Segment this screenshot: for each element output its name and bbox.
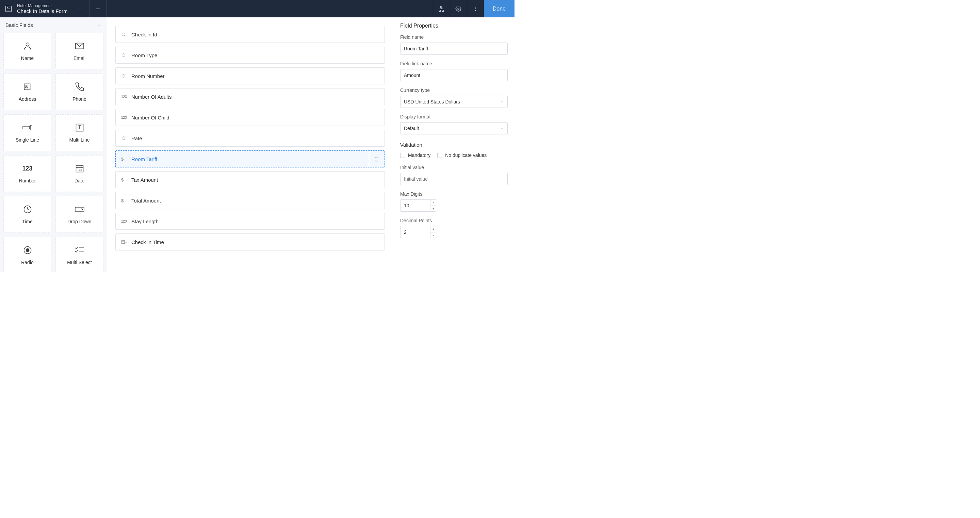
- app-icon[interactable]: [0, 0, 17, 18]
- number-type-icon: 123: [121, 220, 129, 223]
- field-link-group: Field link name: [400, 61, 508, 81]
- field-tile-label: Phone: [73, 96, 86, 102]
- field-tile-number[interactable]: 123Number: [3, 155, 51, 192]
- svg-text:15: 15: [79, 168, 82, 172]
- number-type-icon: 123: [121, 95, 129, 99]
- display-format-select[interactable]: Default: [400, 122, 508, 134]
- svg-point-49: [122, 74, 125, 77]
- validation-checkbox-row: Mandatory No duplicate values: [400, 153, 508, 158]
- field-palette-grid: NameEmailAddressPhoneSingle LineMulti Li…: [3, 33, 103, 272]
- spinner-down-button[interactable]: ▼: [430, 206, 436, 212]
- display-format-label: Display format: [400, 114, 508, 120]
- no-duplicate-checkbox[interactable]: No duplicate values: [437, 153, 487, 158]
- field-name-input[interactable]: [400, 43, 508, 55]
- form-field-row[interactable]: $Total Amount: [115, 192, 385, 209]
- currency-type-icon: $: [121, 177, 129, 182]
- field-tile-time[interactable]: Time: [3, 196, 51, 233]
- spinner-down-button[interactable]: ▼: [430, 233, 436, 239]
- header-left: Hotel-Management Check In Details Form: [0, 0, 107, 18]
- fields-sidebar: Basic Fields NameEmailAddressPhoneSingle…: [0, 18, 107, 272]
- field-row-label: Tax Amount: [131, 177, 158, 183]
- display-format-value: Default: [404, 126, 419, 131]
- field-tile-address[interactable]: Address: [3, 73, 51, 110]
- spinner-up-button[interactable]: ▲: [430, 199, 436, 206]
- svg-rect-6: [441, 6, 442, 8]
- single-line-icon: [22, 123, 33, 132]
- properties-panel: Field Properties Field name Field link n…: [393, 18, 514, 272]
- more-actions-button[interactable]: [467, 0, 484, 18]
- initial-value-input[interactable]: [400, 173, 508, 185]
- validation-section-title: Validation: [400, 142, 508, 148]
- field-link-label: Field link name: [400, 61, 508, 66]
- field-name-group: Field name: [400, 34, 508, 55]
- workflow-button[interactable]: [433, 0, 450, 18]
- field-tile-user[interactable]: Name: [3, 33, 51, 69]
- trash-icon: [374, 156, 379, 162]
- done-button[interactable]: Done: [484, 0, 514, 18]
- field-tile-single-line[interactable]: Single Line: [3, 114, 51, 151]
- svg-point-15: [475, 8, 476, 9]
- field-row-label: Number Of Child: [131, 115, 169, 121]
- field-tile-radio[interactable]: Radio: [3, 237, 51, 272]
- number-spinner: ▲ ▼: [430, 199, 436, 212]
- delete-field-button[interactable]: [369, 151, 379, 167]
- field-tile-label: Multi Select: [67, 260, 92, 265]
- currency-type-group: Currency type USD United States Dollars: [400, 88, 508, 108]
- checkbox-icon: [400, 153, 405, 158]
- number-icon: 123: [22, 164, 32, 173]
- svg-point-18: [26, 43, 29, 46]
- app-name: Hotel-Management: [17, 3, 67, 8]
- number-type-icon: 123: [121, 116, 129, 120]
- svg-rect-20: [24, 84, 30, 89]
- form-field-row[interactable]: $Room Tariff: [115, 150, 385, 167]
- user-icon: [23, 41, 32, 51]
- radio-icon: [23, 245, 32, 255]
- svg-point-14: [475, 6, 476, 7]
- field-tile-multi-select[interactable]: Multi Select: [56, 237, 103, 272]
- properties-panel-title: Field Properties: [400, 18, 508, 34]
- field-row-label: Number Of Adults: [131, 94, 172, 100]
- form-field-row[interactable]: Rate: [115, 130, 385, 147]
- form-canvas[interactable]: Check In IdRoom TypeRoom Number123Number…: [107, 18, 393, 272]
- field-link-input[interactable]: [400, 69, 508, 81]
- field-tile-date[interactable]: 15Date: [56, 155, 103, 192]
- form-field-row[interactable]: Check In Time: [115, 233, 385, 250]
- form-name: Check In Details Form: [17, 8, 67, 14]
- currency-type-value: USD United States Dollars: [404, 99, 460, 105]
- settings-button[interactable]: [450, 0, 467, 18]
- svg-line-50: [124, 77, 126, 78]
- address-icon: [23, 82, 32, 92]
- form-switcher[interactable]: Hotel-Management Check In Details Form: [17, 0, 89, 18]
- field-row-label: Room Type: [131, 53, 157, 58]
- svg-point-51: [122, 137, 125, 140]
- field-row-label: Check In Id: [131, 32, 157, 37]
- currency-type-select[interactable]: USD United States Dollars: [400, 96, 508, 108]
- decimal-points-label: Decimal Points: [400, 218, 508, 223]
- field-tile-label: Time: [22, 219, 33, 224]
- field-tile-label: Drop Down: [67, 219, 91, 224]
- form-field-row[interactable]: 123Number Of Child: [115, 109, 385, 126]
- field-tile-label: Email: [73, 56, 86, 61]
- field-tile-mail[interactable]: Email: [56, 33, 103, 69]
- form-field-row[interactable]: $Tax Amount: [115, 171, 385, 188]
- svg-point-13: [458, 8, 460, 10]
- field-tile-multi-line[interactable]: Multi Line: [56, 114, 103, 151]
- field-tile-dropdown[interactable]: Drop Down: [56, 196, 103, 233]
- form-field-row[interactable]: Check In Id: [115, 26, 385, 43]
- lookup-type-icon: [121, 136, 129, 141]
- form-field-row[interactable]: Room Number: [115, 67, 385, 84]
- mandatory-checkbox[interactable]: Mandatory: [400, 153, 430, 158]
- form-field-row[interactable]: 123Number Of Adults: [115, 88, 385, 105]
- sidebar-section-header[interactable]: Basic Fields: [3, 18, 103, 33]
- decimal-points-group: Decimal Points ▲ ▼: [400, 218, 508, 238]
- display-format-group: Display format Default: [400, 114, 508, 134]
- form-field-row[interactable]: 123Stay Length: [115, 213, 385, 230]
- spinner-up-button[interactable]: ▲: [430, 226, 436, 233]
- add-tab-button[interactable]: [89, 0, 107, 18]
- form-field-row[interactable]: Room Type: [115, 47, 385, 64]
- dropdown-icon: [75, 204, 85, 214]
- field-tile-phone[interactable]: Phone: [56, 73, 103, 110]
- svg-point-42: [26, 249, 29, 252]
- field-tile-label: Radio: [21, 260, 34, 265]
- no-duplicate-label: No duplicate values: [445, 153, 487, 158]
